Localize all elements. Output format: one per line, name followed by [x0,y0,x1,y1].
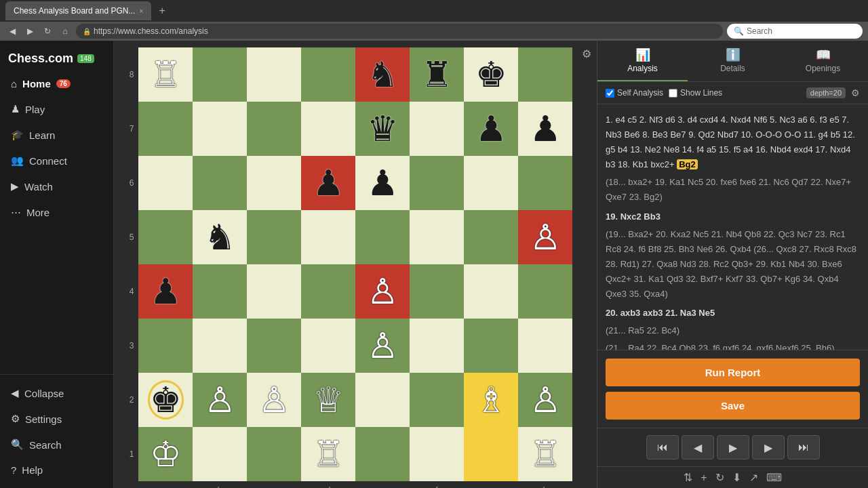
square[interactable] [464,427,518,481]
square[interactable]: ♙ [193,373,247,427]
square[interactable] [247,47,301,102]
square[interactable] [355,373,410,427]
square[interactable] [247,210,301,264]
square[interactable]: ♚ [138,373,193,427]
square[interactable] [193,264,247,319]
square[interactable] [410,102,464,156]
tab-analysis[interactable]: 📊 Analysis [597,41,688,81]
square[interactable] [464,156,518,210]
sidebar-item-collapse[interactable]: ◀ Collapse [0,380,113,406]
keyboard-icon[interactable]: ⌨ [766,471,782,484]
flip-board-icon[interactable]: ⇅ [684,471,692,484]
square[interactable]: ♙ [355,264,410,319]
chess-board[interactable]: ♖♞♜♚♛♟♟♟♟♞♙♟♙♙♚♙♙♕♗♙♔♖♖ [138,47,572,481]
square[interactable]: ♔ [138,427,193,481]
square[interactable]: ♙ [247,373,301,427]
add-icon[interactable]: + [701,472,707,484]
sidebar-item-more[interactable]: ⋯ More [0,199,113,225]
square[interactable] [138,319,193,373]
square[interactable]: ♟ [138,264,193,319]
self-analysis-checkbox-label[interactable]: Self Analysis [606,88,663,98]
last-move-button[interactable]: ⏭ [787,435,820,460]
square[interactable] [301,319,355,373]
square[interactable] [410,427,464,481]
square[interactable] [464,210,518,264]
square[interactable] [193,47,247,102]
square[interactable] [410,210,464,264]
tab-close-button[interactable]: × [139,7,143,15]
reload-icon[interactable]: ↻ [715,471,724,484]
square[interactable] [355,427,410,481]
tab-openings[interactable]: 📖 Openings [778,41,868,81]
run-report-button[interactable]: Run Report [606,359,860,386]
sidebar-item-help[interactable]: ? Help [0,458,113,483]
play-button[interactable]: ▶ [717,435,749,460]
sidebar-item-connect[interactable]: 👥 Connect [0,148,113,174]
prev-move-button[interactable]: ◀ [682,435,714,460]
square[interactable] [193,102,247,156]
square[interactable] [193,427,247,481]
moves-area[interactable]: 1. e4 c5 2. Nf3 d6 3. d4 cxd4 4. Nxd4 Nf… [597,104,868,350]
square[interactable] [518,264,572,319]
sidebar-item-play[interactable]: ♟ Play [0,96,113,122]
square[interactable]: ♖ [301,427,355,481]
square[interactable]: ♙ [355,319,410,373]
square[interactable] [464,264,518,319]
square[interactable]: ♟ [301,156,355,210]
sidebar-item-search[interactable]: 🔍 Search [0,432,113,458]
square[interactable] [518,47,572,102]
square[interactable] [247,156,301,210]
square[interactable] [247,319,301,373]
board-settings-icon[interactable]: ⚙ [582,47,591,60]
square[interactable] [193,319,247,373]
square[interactable] [410,373,464,427]
sidebar-item-home[interactable]: ⌂ Home 76 [0,71,113,96]
active-tab[interactable]: Chess Analysis Board and PGN... × [5,1,151,20]
square[interactable] [301,210,355,264]
tab-details[interactable]: ℹ️ Details [688,41,778,81]
square[interactable] [247,102,301,156]
square[interactable]: ♟ [518,102,572,156]
square[interactable]: ♖ [138,47,193,102]
square[interactable] [138,156,193,210]
square[interactable] [518,319,572,373]
panel-gear-icon[interactable]: ⚙ [851,87,860,98]
sidebar-item-learn[interactable]: 🎓 Learn [0,122,113,148]
forward-button[interactable]: ▶ [23,24,37,38]
sidebar-item-watch[interactable]: ▶ Watch [0,174,113,199]
square[interactable]: ♞ [193,210,247,264]
square[interactable] [355,210,410,264]
square[interactable] [193,156,247,210]
square[interactable] [138,102,193,156]
square[interactable] [301,264,355,319]
square[interactable]: ♙ [518,373,572,427]
square[interactable] [247,427,301,481]
refresh-button[interactable]: ↻ [41,24,54,38]
save-button[interactable]: Save [606,392,860,420]
square[interactable]: ♟ [355,156,410,210]
square[interactable]: ♙ [518,210,572,264]
square[interactable]: ♕ [301,373,355,427]
square[interactable] [301,47,355,102]
square[interactable]: ♞ [355,47,410,102]
home-button[interactable]: ⌂ [58,24,72,38]
self-analysis-checkbox[interactable] [606,89,614,98]
next-move-button[interactable]: ▶ [752,435,785,460]
square[interactable]: ♟ [464,102,518,156]
browser-search-box[interactable]: 🔍 Search [727,24,863,39]
square[interactable] [410,319,464,373]
new-tab-button[interactable]: + [154,3,170,19]
square[interactable] [518,156,572,210]
show-lines-checkbox[interactable] [669,89,677,98]
first-move-button[interactable]: ⏮ [646,435,679,460]
show-lines-checkbox-label[interactable]: Show Lines [669,88,722,98]
square[interactable]: ♗ [464,373,518,427]
square[interactable]: ♛ [355,102,410,156]
share-icon[interactable]: ↗ [749,471,758,484]
back-button[interactable]: ◀ [5,24,19,38]
square[interactable] [138,210,193,264]
square[interactable] [410,264,464,319]
square[interactable] [410,156,464,210]
url-bar[interactable]: 🔒 https://www.chess.com/analysis [76,24,723,39]
square[interactable]: ♖ [518,427,572,481]
